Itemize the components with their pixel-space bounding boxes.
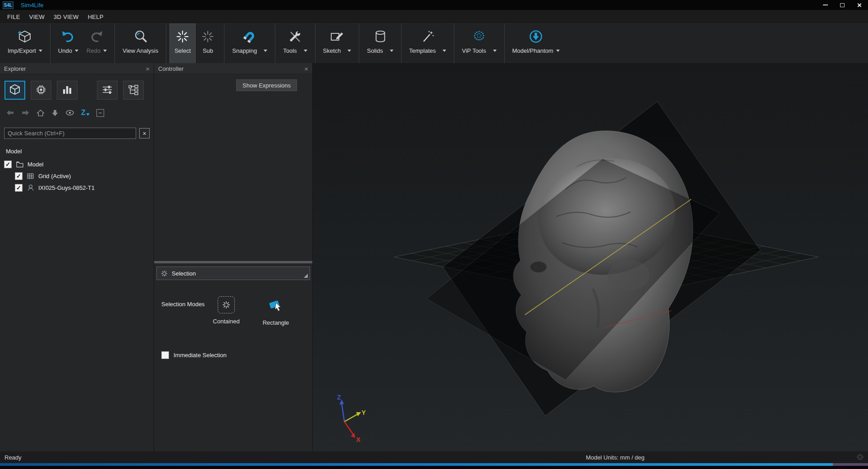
chevron-down-icon[interactable] xyxy=(103,50,107,52)
chevron-down-icon[interactable] xyxy=(75,50,78,52)
menu-3d-view[interactable]: 3D VIEW xyxy=(49,12,83,22)
collapse-all-icon[interactable]: − xyxy=(96,109,104,117)
checkbox[interactable]: ✓ xyxy=(15,184,23,192)
tree-item-ixi025[interactable]: ✓ IXI025-Guys-0852-T1 xyxy=(0,182,154,193)
selection-header-label: Selection xyxy=(172,270,196,277)
maximize-icon xyxy=(840,3,845,7)
viewport-3d[interactable]: Z Y X xyxy=(313,63,868,451)
minimize-button[interactable] xyxy=(817,0,834,10)
select-button[interactable]: Select xyxy=(170,24,195,63)
axis-y-label: Y xyxy=(361,409,366,416)
tab-hierarchy[interactable] xyxy=(123,81,144,100)
home-icon[interactable] xyxy=(37,109,45,117)
checkbox[interactable]: ✓ xyxy=(4,161,12,168)
close-button[interactable]: × xyxy=(851,0,868,10)
status-text: Ready xyxy=(5,454,22,461)
forward-arrow-icon[interactable] xyxy=(21,109,30,116)
chevron-down-icon[interactable] xyxy=(556,50,560,52)
wand-icon xyxy=(420,29,435,44)
tab-model[interactable] xyxy=(5,81,25,100)
chevron-down-icon[interactable] xyxy=(39,50,42,52)
model-units-label: Model Units: mm / deg xyxy=(586,454,644,461)
toolbar-group-tools: Tools xyxy=(275,24,315,63)
controller-panel: Controller × Show Expressions Selection xyxy=(154,63,313,451)
checkbox[interactable]: ✓ xyxy=(15,172,23,180)
tree-item-model[interactable]: ✓ Model xyxy=(0,158,154,170)
eye-icon[interactable] xyxy=(65,109,74,116)
window-bottom-edge xyxy=(0,466,868,469)
templates-button[interactable]: Templates xyxy=(405,24,450,63)
selection-modes: Selection Modes Contained xyxy=(161,296,312,326)
maximize-button[interactable] xyxy=(834,0,851,10)
explorer-tab-row xyxy=(5,81,149,100)
chevron-down-icon[interactable] xyxy=(304,50,307,52)
axis-z-label: Z xyxy=(337,394,341,401)
close-icon: × xyxy=(857,1,862,9)
search-input[interactable] xyxy=(4,128,136,139)
tree-item-label: IXI025-Guys-0852-T1 xyxy=(38,184,95,191)
sort-z-icon[interactable]: Z xyxy=(81,109,90,116)
clear-search-button[interactable]: × xyxy=(139,128,150,138)
rectangle-select-icon xyxy=(267,296,284,315)
controller-panel-header: Controller × xyxy=(154,63,312,74)
select-burst-icon xyxy=(161,270,168,277)
controller-selection-area: Selection Selection Modes Contained xyxy=(154,263,312,451)
model-tree: ✓ Model ✓ xyxy=(0,158,154,193)
explorer-panel: Explorer × xyxy=(0,63,154,451)
menu-file[interactable]: FILE xyxy=(3,12,25,22)
explorer-panel-title: Explorer xyxy=(4,65,26,72)
snapping-button[interactable]: Snapping xyxy=(228,24,271,63)
vip-tools-button[interactable]: ViP Tools xyxy=(458,24,501,63)
cube-icon xyxy=(9,84,21,97)
menu-help[interactable]: HELP xyxy=(83,12,108,22)
mode-contained[interactable]: Contained xyxy=(206,296,247,326)
tools-label: Tools xyxy=(283,47,297,54)
explorer-panel-header: Explorer × xyxy=(0,63,154,74)
vip-tools-label: ViP Tools xyxy=(462,47,486,54)
redo-label: Redo xyxy=(87,47,101,54)
grid-icon xyxy=(26,172,35,179)
model-phantom-button[interactable]: Model/Phantom xyxy=(508,24,564,63)
back-arrow-icon[interactable] xyxy=(6,109,14,116)
menu-view[interactable]: VIEW xyxy=(25,12,49,22)
chevron-down-icon[interactable] xyxy=(264,50,267,52)
tab-simulation[interactable] xyxy=(31,81,51,100)
close-icon[interactable]: × xyxy=(304,65,308,72)
cylinder-icon xyxy=(373,29,388,44)
chevron-down-icon[interactable] xyxy=(493,50,497,52)
search-row: × xyxy=(4,128,150,139)
solids-button[interactable]: Solids xyxy=(363,24,397,63)
corner-resize-icon xyxy=(304,274,308,278)
tab-properties[interactable] xyxy=(97,81,118,100)
app-logo-icon: S4L xyxy=(3,1,14,9)
selection-section-header[interactable]: Selection xyxy=(156,267,310,280)
close-icon[interactable]: × xyxy=(146,65,150,72)
redo-button[interactable]: Redo xyxy=(82,24,111,63)
tab-analysis[interactable] xyxy=(57,81,78,100)
axis-triad: Z Y X xyxy=(337,394,366,443)
imp-export-button[interactable]: Imp/Export xyxy=(4,24,46,63)
view-analysis-button[interactable]: View Analysis xyxy=(119,24,162,63)
tree-item-grid[interactable]: ✓ Grid (Active) xyxy=(0,170,154,182)
sub-label: Sub xyxy=(203,47,213,54)
toolbar-group-impexport: Imp/Export xyxy=(0,24,50,63)
view-analysis-icon xyxy=(133,29,148,44)
sub-button[interactable]: Sub xyxy=(195,24,220,63)
chevron-down-icon[interactable] xyxy=(390,50,393,52)
tools-button[interactable]: Tools xyxy=(279,24,311,63)
busy-indicator-icon xyxy=(856,453,864,462)
down-arrow-icon[interactable] xyxy=(51,109,59,117)
toolbar-group-select: Select Sub xyxy=(166,24,224,63)
immediate-selection-checkbox[interactable]: ✓ xyxy=(161,351,169,359)
show-expressions-button[interactable]: Show Expressions xyxy=(236,79,297,91)
chevron-down-icon[interactable] xyxy=(443,50,446,52)
solids-label: Solids xyxy=(367,47,383,54)
immediate-selection-label: Immediate Selection xyxy=(174,352,227,359)
toolbar-group-model-phantom: Model/Phantom xyxy=(505,24,567,63)
mode-rectangle[interactable]: Rectangle xyxy=(255,296,297,326)
axis-x-label: X xyxy=(356,436,361,443)
sketch-button[interactable]: Sketch xyxy=(319,24,356,63)
undo-button[interactable]: Undo xyxy=(54,24,82,63)
chevron-down-icon[interactable] xyxy=(347,50,351,52)
model-section-label: Model xyxy=(6,148,154,155)
